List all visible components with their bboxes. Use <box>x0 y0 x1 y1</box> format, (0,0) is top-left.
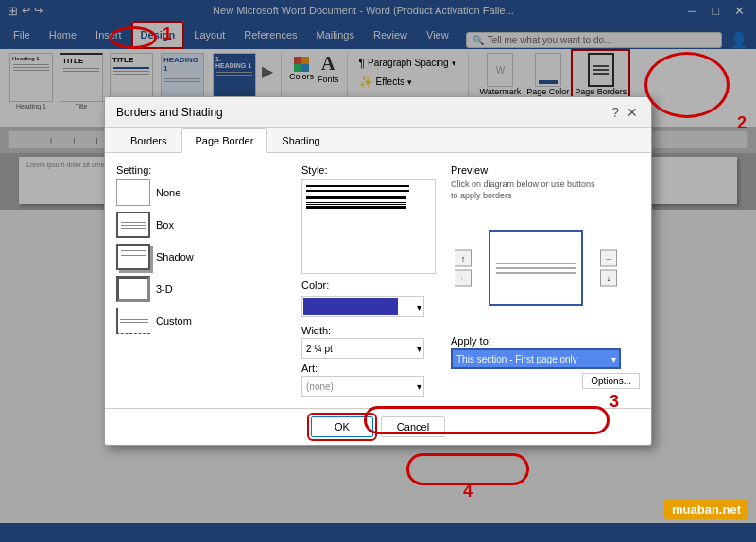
setting-none[interactable]: None <box>116 179 286 206</box>
setting-none-label: None <box>156 187 180 198</box>
width-label: Width: <box>301 325 436 336</box>
preview-area: ↑ ← → ↓ <box>451 207 621 330</box>
borders-shading-dialog: Borders and Shading ? ✕ Borders Page Bor… <box>104 96 652 446</box>
preview-text: Click on diagram below or use buttonsto … <box>451 179 640 201</box>
dialog-body: Setting: None Box <box>105 153 651 408</box>
width-dropdown[interactable]: 2 ¼ pt ▾ <box>301 338 424 359</box>
bottom-border-btn[interactable]: ↓ <box>600 270 617 287</box>
top-border-btn[interactable]: ↑ <box>455 250 472 267</box>
tab-page-border[interactable]: Page Border <box>181 128 268 153</box>
muaban-badge: muaban.net <box>664 500 748 519</box>
art-arrow: ▾ <box>417 381 423 392</box>
setting-custom[interactable]: Custom <box>116 308 286 334</box>
custom-preview <box>116 308 150 334</box>
modal-overlay: Borders and Shading ? ✕ Borders Page Bor… <box>0 0 756 542</box>
setting-3d[interactable]: 3-D <box>116 276 286 302</box>
art-label: Art: <box>301 363 436 374</box>
dialog-header-buttons[interactable]: ? ✕ <box>610 105 640 120</box>
width-arrow: ▾ <box>417 344 423 354</box>
dialog-title: Borders and Shading <box>116 106 223 119</box>
apply-value: This section - First page only <box>453 354 611 364</box>
apply-section: Apply to: This section - First page only… <box>451 335 640 389</box>
width-value: 2 ¼ pt <box>302 344 417 354</box>
dialog-right: Preview Click on diagram below or use bu… <box>451 164 640 397</box>
setting-box-label: Box <box>156 219 174 230</box>
width-section: Width: 2 ¼ pt ▾ <box>301 325 436 359</box>
tab-borders[interactable]: Borders <box>116 128 181 153</box>
apply-arrow: ▾ <box>611 354 619 364</box>
setting-label: Setting: <box>116 164 286 176</box>
setting-shadow[interactable]: Shadow <box>116 244 286 270</box>
color-dropdown-arrow: ▾ <box>417 302 423 313</box>
apply-dropdown[interactable]: This section - First page only ▾ <box>451 348 621 369</box>
left-border-btn[interactable]: ← <box>455 270 472 287</box>
right-border-btn[interactable]: → <box>600 250 617 267</box>
setting-shadow-label: Shadow <box>156 251 194 263</box>
style-list[interactable] <box>301 179 436 274</box>
dialog-help-button[interactable]: ? <box>610 105 621 120</box>
box-preview <box>116 212 150 238</box>
3d-preview <box>116 276 150 302</box>
left-arrows: ↑ ← <box>455 250 472 287</box>
color-row: Color: <box>301 279 436 291</box>
none-preview <box>116 179 150 206</box>
color-label: Color: <box>301 279 329 291</box>
art-dropdown[interactable]: (none) ▾ <box>301 376 424 397</box>
art-section: Art: (none) ▾ <box>301 363 436 397</box>
dialog-tabs: Borders Page Border Shading <box>105 128 651 153</box>
dialog-footer: OK Cancel <box>105 408 651 445</box>
dialog-close-button[interactable]: ✕ <box>625 105 640 120</box>
preview-label: Preview <box>451 164 640 176</box>
shadow-preview <box>116 244 150 270</box>
right-arrows: → ↓ <box>600 250 617 287</box>
setting-3d-label: 3-D <box>156 283 173 295</box>
setting-custom-label: Custom <box>156 315 192 327</box>
apply-label: Apply to: <box>451 335 640 347</box>
dialog-settings: Setting: None Box <box>116 164 286 397</box>
preview-box <box>489 230 583 306</box>
options-button[interactable]: Options... <box>582 373 640 389</box>
art-value: (none) <box>302 381 417 392</box>
dialog-header: Borders and Shading ? ✕ <box>105 97 651 128</box>
tab-shading[interactable]: Shading <box>267 128 334 153</box>
dialog-center: Style: <box>301 164 436 397</box>
style-label: Style: <box>301 164 436 176</box>
ok-button[interactable]: OK <box>311 416 373 437</box>
color-dropdown[interactable]: ▾ <box>301 296 424 317</box>
cancel-button[interactable]: Cancel <box>381 416 445 437</box>
setting-box[interactable]: Box <box>116 212 286 238</box>
